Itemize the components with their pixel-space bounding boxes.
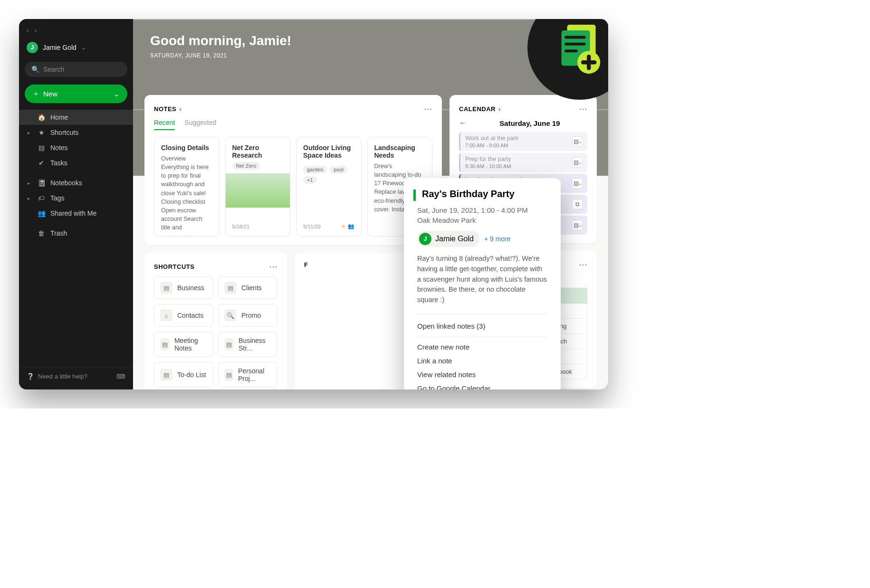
popup-action[interactable]: View related notes [417,370,547,379]
shortcut-icon: ⌂ [160,309,172,322]
user-name: Jamie Gold [43,44,76,51]
back-arrow[interactable]: ‹ [27,27,29,34]
note-card[interactable]: Net Zero ResearchNet Zero5/18/21 [225,137,291,237]
open-linked-notes[interactable]: Open linked notes (3) [417,314,547,330]
popup-action[interactable]: Go to Google Calendar [417,384,547,389]
shortcut-item[interactable]: ▤ Business Str... [218,332,277,357]
calendar-back-arrow[interactable]: ← [459,119,467,127]
copy-icon[interactable]: ⧉ [572,199,583,209]
sidebar-footer: ❔ Need a little help? ⌨ [19,368,133,385]
shortcut-icon: ▤ [160,338,170,351]
chip: +1 [303,176,317,184]
sidebar-item-icon: 🏠 [37,114,46,121]
search-placeholder: Search [43,66,64,73]
sidebar-item-icon: ▤ [37,144,46,152]
chevron-right-icon: › [498,105,501,113]
note-add-icon[interactable]: ▤₊ [572,157,583,168]
shortcut-item[interactable]: ▤ Clients [218,276,277,299]
sidebar-item-tags[interactable]: ▸ 🏷 Tags [19,190,133,206]
sidebar-item-shortcuts[interactable]: ▸ ★ Shortcuts [19,125,133,140]
sidebar-item-icon: 📓 [37,179,46,187]
event-title: Work out at the park [465,135,518,142]
shortcuts-panel: SHORTCUTS ⋯ ▤ Business▤ Clients⌂ Contact… [144,253,287,389]
shortcuts-title[interactable]: SHORTCUTS [154,263,194,270]
sidebar-item-icon: 🗑 [37,229,46,237]
sidebar-item-tasks[interactable]: ✔ Tasks [19,155,133,171]
popup-attendees: J Jamie Gold + 9 more [417,231,547,247]
attendees-more-link[interactable]: + 9 more [484,235,511,243]
sidebar-item-notebooks[interactable]: ▸ 📓 Notebooks [19,175,133,190]
sidebar-item-label: Notebooks [50,179,82,187]
calendar-event[interactable]: Prep for the party 9:30 AM - 10:00 AM ▤₊ [459,153,587,172]
sidebar-item-icon: ✔ [37,159,46,167]
shortcut-icon: ▤ [160,369,172,381]
attendee-name: Jamie Gold [435,235,474,243]
calendar-event[interactable]: Work out at the park 7:00 AM - 8:00 AM ▤… [459,132,587,151]
shortcut-item[interactable]: ▤ To-do List [154,362,213,388]
shortcut-item[interactable]: ▤ Meeting Notes [154,332,213,357]
new-label: New [43,90,57,98]
help-link[interactable]: ❔ Need a little help? [27,373,87,380]
notes-more-button[interactable]: ⋯ [424,104,432,114]
pinned-more-button[interactable]: ⋯ [579,259,587,270]
new-button[interactable]: ＋New ⌄ [25,85,127,103]
shortcut-item[interactable]: ▤ Business [154,276,213,299]
sidebar-item-trash[interactable]: 🗑 Trash [19,226,133,241]
calendar-more-button[interactable]: ⋯ [579,104,587,114]
sidebar-item-label: Tags [50,194,65,202]
sidebar-item-label: Home [50,114,68,121]
event-popup: Ray's Birthday Party Sat, June 19, 2021,… [404,178,561,389]
popup-where: Oak Meadow Park [417,216,547,224]
greeting: Good morning, Jamie! [150,33,591,48]
chevron-down-icon: ⌄ [81,44,86,51]
note-title: Closing Details [161,144,212,152]
shortcut-label: Meeting Notes [174,337,207,352]
shortcut-item[interactable]: ⌂ Contacts [154,304,213,327]
sidebar-item-shared-with-me[interactable]: 👥 Shared with Me [19,206,133,221]
note-body: Overview Everything is here to prep for … [161,154,212,232]
sidebar-item-label: Notes [50,144,68,152]
sidebar-item-label: Shortcuts [50,129,78,136]
sidebar-item-home[interactable]: 🏠 Home [19,110,133,125]
help-text: Need a little help? [38,373,87,380]
note-card[interactable]: Closing DetailsOverview Everything is he… [154,137,220,237]
shortcut-item[interactable]: 🔍 Promo [218,304,277,327]
popup-action[interactable]: Link a note [417,357,547,365]
sidebar-item-icon: ★ [37,129,46,136]
popup-title: Ray's Birthday Party [422,189,547,199]
avatar: J [27,42,38,53]
note-add-icon[interactable]: ▤₊ [572,178,583,189]
popup-when: Sat, June 19, 2021, 1:00 - 4:00 PM [417,206,547,214]
sidebar-item-label: Trash [50,229,67,237]
user-menu[interactable]: J Jamie Gold ⌄ [19,37,133,58]
notes-title[interactable]: NOTES › [154,105,182,113]
shortcut-item[interactable]: ▤ Personal Proj... [218,362,277,388]
calendar-title[interactable]: CALENDAR › [459,105,501,113]
note-add-icon[interactable]: ▤₊ [572,136,583,147]
popup-accent-bar [413,190,416,201]
note-title: Outdoor Living Space Ideas [303,144,354,159]
sidebar-item-notes[interactable]: ▤ Notes [19,140,133,155]
shortcut-icon: 🔍 [224,309,237,322]
attendee-pill[interactable]: J Jamie Gold [417,231,479,247]
popup-description: Ray's turning 8 (already? what!?). We're… [417,254,547,305]
shortcut-label: Personal Proj... [238,367,271,382]
tab-recent[interactable]: Recent [154,119,175,130]
event-time: 9:30 AM - 10:00 AM [465,163,511,169]
shortcut-icon: ▤ [224,282,237,294]
event-time: 7:00 AM - 8:00 AM [465,142,518,148]
note-timestamp: 5/18/21 [232,224,250,229]
shortcuts-more-button[interactable]: ⋯ [269,261,277,272]
sidebar-item-icon: 👥 [37,209,46,217]
note-card[interactable]: Outdoor Living Space Ideasgardenpool+19/… [296,137,362,237]
shortcut-label: Business Str... [239,337,271,352]
history-nav: ‹ › [19,24,133,37]
search-input[interactable]: 🔍 Search [25,62,127,77]
filtered-title[interactable]: F [304,261,308,268]
tab-suggested[interactable]: Suggested [184,119,216,130]
keyboard-icon[interactable]: ⌨ [116,373,125,380]
popup-action[interactable]: Create new note [417,343,547,351]
note-add-icon[interactable]: ▤₊ [572,220,583,230]
forward-arrow[interactable]: › [35,27,37,34]
sidebar-item-label: Shared with Me [50,209,96,217]
